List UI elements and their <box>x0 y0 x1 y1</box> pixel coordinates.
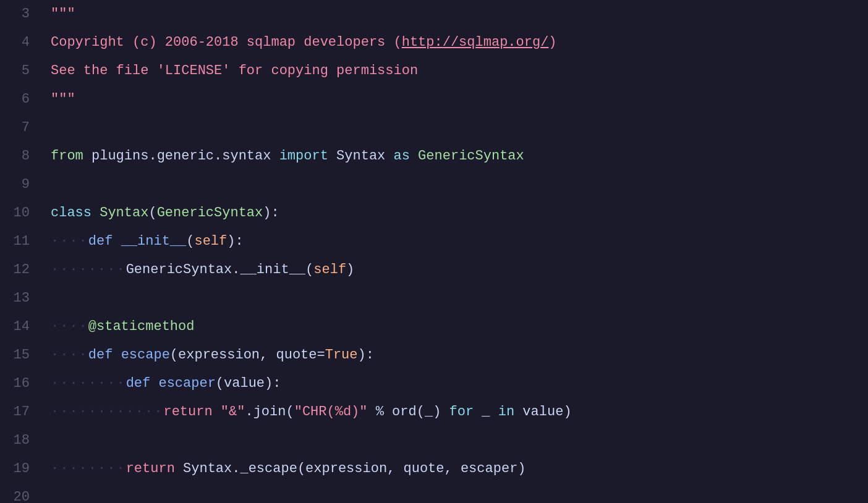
token: return <box>163 404 212 420</box>
token: True <box>325 347 358 363</box>
code-line: 13 <box>0 284 868 313</box>
token: ········ <box>51 376 126 391</box>
token: ········ <box>51 262 126 277</box>
token <box>113 347 121 363</box>
code-line: 14····@staticmethod <box>0 313 868 341</box>
token: @staticmethod <box>88 319 195 334</box>
line-content: ········def escaper(value): <box>45 370 868 398</box>
line-number: 15 <box>0 341 45 370</box>
line-content: ····@staticmethod <box>45 313 868 341</box>
line-number: 20 <box>0 483 45 503</box>
token: def <box>88 347 113 363</box>
token: GenericSyntax <box>410 148 524 164</box>
token: __init__ <box>121 234 187 249</box>
token: _ <box>474 404 498 420</box>
token: in <box>498 404 514 420</box>
line-number: 6 <box>0 85 45 114</box>
line-number: 16 <box>0 370 45 398</box>
token: ···· <box>51 347 88 363</box>
line-content: class Syntax(GenericSyntax): <box>45 199 868 227</box>
token: ········ <box>51 461 126 476</box>
line-content <box>45 114 868 142</box>
token: See the file 'LICENSE' for copying permi… <box>51 63 418 78</box>
token: def <box>126 376 151 391</box>
token: ) <box>346 262 354 277</box>
line-content: """ <box>45 0 868 28</box>
line-content: """ <box>45 85 868 114</box>
line-number: 4 <box>0 28 45 57</box>
code-line: 5See the file 'LICENSE' for copying perm… <box>0 57 868 85</box>
token: ( <box>148 205 156 221</box>
token: from <box>51 148 83 164</box>
token: class <box>51 205 91 221</box>
line-content <box>45 284 868 313</box>
line-number: 13 <box>0 284 45 313</box>
token: (expression, quote= <box>170 347 325 363</box>
line-content: Copyright (c) 2006-2018 sqlmap developer… <box>45 28 868 57</box>
token: plugins.generic.syntax <box>83 148 279 164</box>
code-line: 17············return "&".join("CHR(%d)" … <box>0 398 868 426</box>
line-number: 17 <box>0 398 45 426</box>
code-line: 11····def __init__(self): <box>0 227 868 256</box>
line-content <box>45 483 868 503</box>
code-line: 12········GenericSyntax.__init__(self) <box>0 256 868 284</box>
token: .join( <box>245 404 294 420</box>
token: ): <box>358 347 374 363</box>
line-content: ········return Syntax._escape(expression… <box>45 455 868 483</box>
token: for <box>449 404 474 420</box>
token: "CHR(%d)" <box>294 404 368 420</box>
line-content: ············return "&".join("CHR(%d)" % … <box>45 398 868 426</box>
token: ): <box>227 234 243 249</box>
token: ···· <box>51 234 88 249</box>
token: ············ <box>51 404 163 420</box>
token: % ord(_) <box>368 404 449 420</box>
line-number: 11 <box>0 227 45 256</box>
token: Syntax._escape(expression, quote, escape… <box>175 461 526 476</box>
token: value) <box>514 404 571 420</box>
code-line: 15····def escape(expression, quote=True)… <box>0 341 868 370</box>
code-line: 20 <box>0 483 868 503</box>
token: self <box>194 234 227 249</box>
line-content: from plugins.generic.syntax import Synta… <box>45 142 868 171</box>
token: as <box>394 148 410 164</box>
code-line: 6""" <box>0 85 868 114</box>
token: """ <box>51 6 75 22</box>
code-lines: 3"""4Copyright (c) 2006-2018 sqlmap deve… <box>0 0 868 503</box>
token <box>113 234 121 249</box>
token: "&" <box>221 404 245 420</box>
token <box>91 205 100 221</box>
line-number: 18 <box>0 426 45 455</box>
token: def <box>88 234 113 249</box>
token: ···· <box>51 319 88 334</box>
code-line: 7 <box>0 114 868 142</box>
code-line: 4Copyright (c) 2006-2018 sqlmap develope… <box>0 28 868 57</box>
token: (value): <box>216 376 281 391</box>
line-content: ····def escape(expression, quote=True): <box>45 341 868 370</box>
token: self <box>313 262 346 277</box>
code-line: 18 <box>0 426 868 455</box>
token: escaper <box>158 376 215 391</box>
line-number: 7 <box>0 114 45 142</box>
token: """ <box>51 91 75 107</box>
token: ) <box>548 35 556 50</box>
line-content: ········GenericSyntax.__init__(self) <box>45 256 868 284</box>
line-number: 19 <box>0 455 45 483</box>
code-line: 3""" <box>0 0 868 28</box>
token <box>150 376 158 391</box>
token: escape <box>121 347 170 363</box>
token: Copyright (c) 2006-2018 sqlmap developer… <box>51 35 402 50</box>
token: import <box>279 148 328 164</box>
token <box>213 404 221 420</box>
line-number: 8 <box>0 142 45 171</box>
line-content <box>45 171 868 199</box>
line-number: 5 <box>0 57 45 85</box>
code-line: 9 <box>0 171 868 199</box>
line-number: 9 <box>0 171 45 199</box>
token: GenericSyntax <box>157 205 263 221</box>
line-content: See the file 'LICENSE' for copying permi… <box>45 57 868 85</box>
line-number: 10 <box>0 199 45 227</box>
code-line: 8from plugins.generic.syntax import Synt… <box>0 142 868 171</box>
code-editor: 3"""4Copyright (c) 2006-2018 sqlmap deve… <box>0 0 868 503</box>
token: Syntax <box>100 205 148 221</box>
line-content <box>45 426 868 455</box>
